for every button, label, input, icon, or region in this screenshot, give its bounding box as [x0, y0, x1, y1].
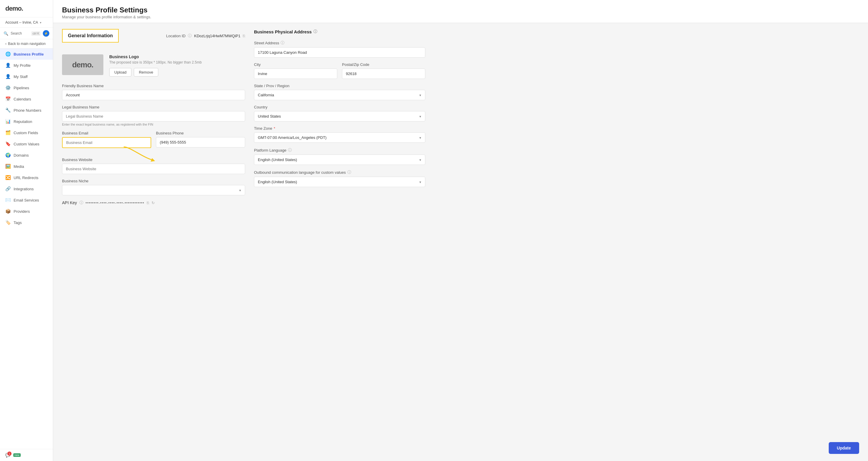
outbound-lang-label: Outbound communication language for cust…: [254, 170, 425, 175]
bolt-icon[interactable]: ⚡: [43, 30, 49, 37]
account-label: Account -- Irvine, CA: [5, 20, 38, 25]
api-copy-icon[interactable]: ⎘: [147, 201, 149, 205]
nav-icon-calendars: 📅: [5, 96, 11, 102]
search-label: Search: [11, 31, 29, 35]
outbound-lang-select[interactable]: English (United States): [254, 177, 425, 187]
sidebar-item-business-profile[interactable]: 🌐Business Profile: [0, 49, 53, 60]
legal-name-input[interactable]: [62, 111, 245, 121]
logo-label: Business Logo: [109, 54, 245, 59]
nav-icon-media: 🖼️: [5, 164, 11, 169]
zip-group: Postal/Zip Code: [342, 62, 425, 79]
sidebar-item-pipelines[interactable]: ⚙️Pipelines: [0, 82, 53, 93]
street-input[interactable]: [254, 47, 425, 58]
country-group: Country United States: [254, 105, 425, 121]
website-input[interactable]: [62, 164, 245, 174]
nav-label-custom-fields: Custom Fields: [13, 131, 38, 135]
sidebar-item-calendars[interactable]: 📅Calendars: [0, 93, 53, 105]
nav-icon-reputation: 📊: [5, 119, 11, 124]
nav-icon-custom-fields: 🗂️: [5, 130, 11, 135]
nav-label-integrations: Integrations: [13, 187, 34, 191]
nav-icon-custom-values: 🔖: [5, 141, 11, 147]
niche-select[interactable]: [62, 185, 245, 195]
api-key-row: API Key ⓘ ••••••••-••••-••••-••••-••••••…: [62, 200, 245, 205]
nav-icon-phone-numbers: 🔧: [5, 108, 11, 113]
platform-lang-label: Platform Language ⓘ: [254, 147, 425, 153]
search-icon: 🔍: [4, 31, 8, 36]
nav-icon-my-profile: 👤: [5, 63, 11, 68]
logo-hint: The proposed size is 350px * 180px. No b…: [109, 60, 245, 64]
sidebar-item-providers[interactable]: 📦Providers: [0, 206, 53, 217]
nav-label-email-services: Email Services: [13, 198, 39, 202]
sidebar-item-my-profile[interactable]: 👤My Profile: [0, 60, 53, 71]
nav-icon-integrations: 🔗: [5, 186, 11, 192]
sidebar-item-custom-values[interactable]: 🔖Custom Values: [0, 138, 53, 149]
niche-select-wrapper: [62, 185, 245, 195]
api-key-group: API Key ⓘ ••••••••-••••-••••-••••-••••••…: [62, 200, 245, 205]
outbound-lang-group: Outbound communication language for cust…: [254, 170, 425, 187]
chat-icon-wrapper[interactable]: 💬 1: [5, 453, 10, 457]
api-key-value: ••••••••-••••-••••-••••-••••••••••••: [86, 201, 145, 205]
nav-icon-business-profile: 🌐: [5, 51, 11, 57]
content-area: General Information Location ID ⓘ KDozLr…: [53, 23, 868, 461]
timezone-select-wrapper: GMT-07:00 America/Los_Angeles (PDT): [254, 133, 425, 143]
phone-label: Business Phone: [156, 131, 245, 135]
sidebar-item-my-staff[interactable]: 👤My Staff: [0, 71, 53, 82]
nav-label-phone-numbers: Phone Numbers: [13, 108, 41, 113]
state-select-wrapper: California: [254, 90, 425, 100]
timezone-select[interactable]: GMT-07:00 America/Los_Angeles (PDT): [254, 133, 425, 143]
physical-address-info-icon: ⓘ: [313, 29, 317, 34]
search-bar[interactable]: 🔍 Search ctrl K ⚡: [0, 28, 53, 39]
sidebar-bottom: 💬 1 new: [0, 449, 53, 461]
update-button[interactable]: Update: [829, 442, 859, 454]
sidebar-item-tags[interactable]: 🏷️Tags: [0, 217, 53, 228]
state-select[interactable]: California: [254, 90, 425, 100]
left-panel: General Information Location ID ⓘ KDozLr…: [62, 29, 245, 455]
zip-input[interactable]: [342, 68, 425, 79]
sidebar-item-domains[interactable]: 🌍Domains: [0, 149, 53, 161]
timezone-label: Time Zone *: [254, 126, 425, 131]
sidebar-item-integrations[interactable]: 🔗Integrations: [0, 183, 53, 195]
location-id-label: Location ID: [166, 34, 185, 38]
country-select[interactable]: United States: [254, 111, 425, 121]
phone-input[interactable]: [156, 137, 245, 147]
sidebar-item-reputation[interactable]: 📊Reputation: [0, 116, 53, 127]
upload-button[interactable]: Upload: [109, 68, 131, 77]
page-header: Business Profile Settings Manage your bu…: [53, 0, 868, 23]
api-refresh-icon[interactable]: ↻: [152, 201, 155, 205]
api-info-icon: ⓘ: [80, 200, 83, 205]
main-content: Business Profile Settings Manage your bu…: [53, 0, 868, 461]
back-arrow-icon: ‹: [5, 42, 6, 46]
website-group: Business Website: [62, 157, 245, 174]
sidebar-item-phone-numbers[interactable]: 🔧Phone Numbers: [0, 105, 53, 116]
logo-section: demo. Business Logo The proposed size is…: [62, 54, 245, 77]
friendly-name-input[interactable]: [62, 90, 245, 100]
street-group: Street Address ⓘ: [254, 40, 425, 58]
right-panel: Business Physical Address ⓘ Street Addre…: [254, 29, 425, 455]
zip-label: Postal/Zip Code: [342, 62, 425, 67]
sidebar-item-email-services[interactable]: ✉️Email Services: [0, 195, 53, 206]
email-group: Business Email: [62, 131, 151, 148]
page-subtitle: Manage your business profile information…: [62, 15, 859, 19]
email-label: Business Email: [62, 131, 151, 135]
account-selector[interactable]: Account -- Irvine, CA ▾: [0, 18, 53, 28]
outbound-lang-info-icon: ⓘ: [347, 170, 351, 175]
logo-buttons: Upload Remove: [109, 68, 245, 77]
back-navigation[interactable]: ‹ Back to main navigation: [0, 39, 53, 49]
country-select-wrapper: United States: [254, 111, 425, 121]
country-label: Country: [254, 105, 425, 109]
copy-icon[interactable]: ⎘: [243, 34, 245, 38]
sidebar-item-media[interactable]: 🖼️Media: [0, 161, 53, 172]
city-zip-row: City Postal/Zip Code: [254, 62, 425, 84]
timezone-group: Time Zone * GMT-07:00 America/Los_Angele…: [254, 126, 425, 143]
sidebar-item-url-redirects[interactable]: 🔀URL Redirects: [0, 172, 53, 183]
nav-label-reputation: Reputation: [13, 119, 32, 124]
street-info-icon: ⓘ: [281, 40, 284, 46]
city-input[interactable]: [254, 68, 337, 79]
remove-button[interactable]: Remove: [134, 68, 158, 77]
city-group: City: [254, 62, 337, 79]
sidebar-nav: 🌐Business Profile👤My Profile👤My Staff⚙️P…: [0, 49, 53, 449]
sidebar-item-custom-fields[interactable]: 🗂️Custom Fields: [0, 127, 53, 138]
email-input[interactable]: [62, 137, 151, 148]
nav-label-my-profile: My Profile: [13, 63, 31, 68]
platform-lang-select[interactable]: English (United States): [254, 154, 425, 165]
